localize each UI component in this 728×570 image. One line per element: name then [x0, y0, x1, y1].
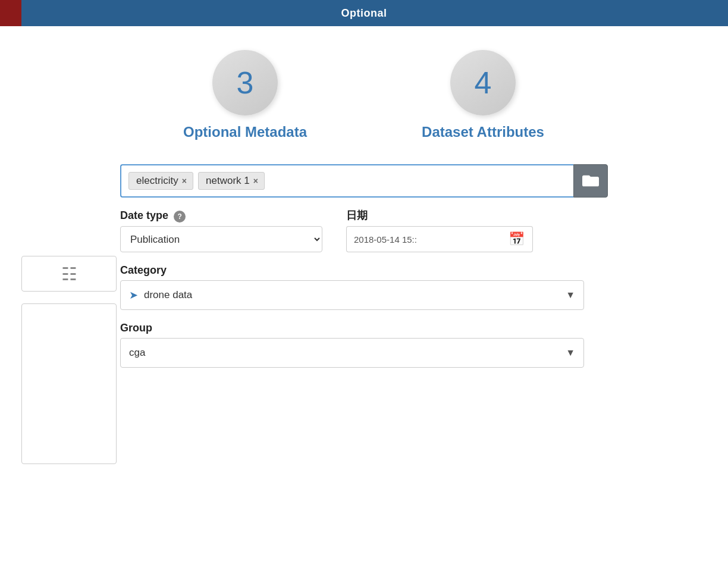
step-label-4: Dataset Attributes — [422, 124, 544, 140]
tag-electricity-close[interactable]: × — [182, 176, 187, 186]
tag-network-close[interactable]: × — [253, 176, 258, 186]
sidebar-card: ☷ — [21, 256, 117, 292]
date-row: Date type ? Publication Created Modified… — [120, 208, 608, 252]
tags-input-box[interactable]: electricity × network 1 × — [120, 164, 573, 198]
group-dropdown-arrow: ▼ — [566, 347, 575, 358]
calendar-button[interactable]: 📅 — [501, 226, 533, 252]
category-select-row[interactable]: ➤ drone data ▼ — [120, 280, 584, 310]
step-circle-3: 3 — [212, 50, 278, 115]
group-select-row[interactable]: cga ▼ — [120, 338, 584, 368]
step-label-3: Optional Metadata — [183, 124, 307, 140]
card-icon: ☷ — [61, 264, 77, 284]
category-value: drone data — [144, 289, 192, 301]
step-item-3: 3 Optional Metadata — [126, 50, 364, 140]
date-type-group: Date type ? Publication Created Modified… — [120, 209, 322, 252]
date-input[interactable] — [346, 226, 501, 252]
steps-row: 3 Optional Metadata 4 Dataset Attributes — [36, 50, 692, 140]
date-type-select[interactable]: Publication Created Modified Issued — [120, 226, 322, 252]
folder-button[interactable] — [573, 164, 608, 198]
red-accent — [0, 0, 21, 26]
date-label: 日期 — [346, 208, 533, 223]
send-icon: ➤ — [129, 289, 138, 302]
date-type-help-icon[interactable]: ? — [174, 211, 186, 223]
category-dropdown-arrow: ▼ — [566, 290, 575, 300]
step-item-4: 4 Dataset Attributes — [364, 50, 602, 140]
category-group: Category ➤ drone data ▼ — [120, 264, 608, 310]
tag-network: network 1 × — [198, 172, 265, 190]
group-select-left: cga — [129, 347, 145, 359]
header-title: Optional — [341, 7, 387, 20]
tag-electricity: electricity × — [128, 172, 193, 190]
category-label: Category — [120, 264, 608, 277]
date-group: 日期 📅 — [346, 208, 533, 252]
step-number-3: 3 — [237, 65, 254, 101]
date-input-row: 📅 — [346, 226, 533, 252]
step-number-4: 4 — [475, 65, 492, 101]
tag-network-text: network 1 — [206, 175, 250, 187]
tags-row: electricity × network 1 × — [120, 164, 608, 198]
group-label: Group — [120, 322, 608, 334]
category-select-left: ➤ drone data — [129, 289, 192, 302]
header-bar: Optional — [0, 0, 728, 26]
group-value: cga — [129, 347, 145, 359]
folder-icon — [582, 174, 599, 188]
resize-handle — [105, 453, 114, 461]
date-type-label: Date type ? — [120, 209, 322, 223]
step-circle-4: 4 — [450, 50, 516, 115]
calendar-icon: 📅 — [509, 231, 525, 247]
page-wrapper: Optional ☷ 3 Optional Metadata 4 Dataset… — [0, 0, 728, 570]
sidebar-textarea[interactable] — [21, 303, 117, 464]
tag-electricity-text: electricity — [136, 175, 178, 187]
form-area: electricity × network 1 × — [120, 164, 608, 380]
group-group: Group cga ▼ — [120, 322, 608, 368]
